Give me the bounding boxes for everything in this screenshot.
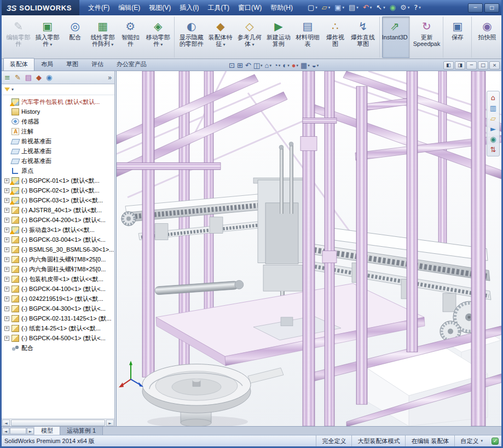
menu-item[interactable]: 编辑(E): [114, 1, 144, 15]
next-doc-button[interactable]: ◨: [455, 61, 465, 69]
move-component-button[interactable]: ◈ 移动零部件: [143, 16, 175, 58]
featuremanager-tab-icon[interactable]: ≡: [4, 74, 10, 82]
view-settings-button[interactable]: ◒: [312, 61, 319, 69]
menu-item[interactable]: 视图(V): [144, 1, 175, 15]
apply-scene-button[interactable]: ▦: [300, 61, 310, 69]
mate-button[interactable]: ◎ 配合: [62, 16, 88, 58]
scroll-left-icon[interactable]: ◄: [2, 420, 10, 426]
view-orientation-button[interactable]: ⌂: [265, 61, 271, 69]
assembly-3d-model[interactable]: [117, 71, 501, 426]
tree-item[interactable]: 原点: [3, 166, 114, 176]
tree-item[interactable]: (-) 0242219519<1> (默认<默...: [3, 294, 114, 304]
menu-item[interactable]: 插入(I): [175, 1, 203, 15]
tree-item[interactable]: (-) BGPCK-02-131-1425<1> (默...: [3, 313, 114, 323]
tab-scrollbar-thumb[interactable]: [10, 428, 26, 434]
expand-icon[interactable]: [4, 267, 9, 272]
tree-item[interactable]: 前视基准面: [3, 136, 114, 146]
assembly-features-button[interactable]: ◆ 装配体特征: [206, 16, 235, 58]
expand-icon[interactable]: [4, 247, 9, 252]
menu-item[interactable]: 帮助(H): [266, 1, 297, 15]
restore-button[interactable]: □: [484, 3, 499, 13]
new-motion-study-button[interactable]: ▶ 新建运动算例: [264, 16, 293, 58]
previous-doc-button[interactable]: ◧: [443, 61, 454, 69]
dimxpertmanager-tab-icon[interactable]: ◆: [36, 74, 42, 82]
panel-horizontal-scrollbar[interactable]: ◄ ►: [2, 418, 114, 426]
minimize-doc-button[interactable]: ─: [466, 61, 477, 69]
tree-item[interactable]: (-) 振动盘3<1> (默认<<默...: [3, 225, 114, 235]
scrollbar-thumb[interactable]: [11, 420, 105, 426]
undo-button[interactable]: ↶: [361, 3, 373, 13]
tree-item[interactable]: (-) BGPCK-02<1> (默认<默...: [3, 185, 114, 195]
menu-item[interactable]: 窗口(W): [234, 1, 266, 15]
reference-geometry-button[interactable]: ◇ 参考几何体: [235, 16, 264, 58]
tab-evaluate[interactable]: 评估: [85, 58, 110, 71]
performance-button-icon[interactable]: ▥: [490, 104, 496, 112]
expand-icon[interactable]: [4, 178, 9, 183]
display-style-button[interactable]: ◔: [274, 61, 280, 69]
zoom-area-button[interactable]: ⊞: [237, 61, 243, 69]
expand-icon[interactable]: [4, 257, 9, 262]
tree-item[interactable]: 传感器: [3, 117, 114, 126]
minimize-button[interactable]: ─: [468, 3, 483, 13]
expand-icon[interactable]: [4, 218, 9, 223]
tree-item[interactable]: (-) 包装机皮带<1> (默认<<默...: [3, 274, 114, 284]
save-ribbon-button[interactable]: ▣ 保存: [446, 16, 472, 58]
forward-button-icon[interactable]: ►: [490, 125, 496, 133]
tab-sketch[interactable]: 草图: [60, 58, 85, 71]
print-button[interactable]: ▤: [347, 3, 360, 13]
expand-icon[interactable]: [4, 208, 9, 213]
tree-item[interactable]: (-) BGPCK-01<1> (默认<默...: [3, 176, 114, 185]
tree-item[interactable]: (-) 内六角圆柱头螺钉M8×25[0...: [3, 264, 114, 274]
select-button[interactable]: ↖: [374, 3, 386, 13]
tree-item[interactable]: (-) BGPCK-04-200<1> (默认<...: [3, 215, 114, 225]
expand-icon[interactable]: [4, 326, 9, 331]
updown-button-icon[interactable]: ⇅: [490, 146, 496, 154]
tree-item[interactable]: History: [3, 107, 114, 117]
expand-icon[interactable]: [4, 198, 9, 203]
show-hidden-components-button[interactable]: ◐ 显示隐藏的零部件: [177, 16, 206, 58]
tree-item[interactable]: (-) BSMLS6_30_BSMLS6-30<1>...: [3, 245, 114, 254]
rebuild-button[interactable]: ◉: [388, 3, 397, 13]
expand-icon[interactable]: [4, 188, 9, 193]
tab-assembly[interactable]: 装配体: [3, 58, 34, 71]
panel-overflow-chevron[interactable]: »: [108, 74, 112, 82]
linear-component-pattern-button[interactable]: ▦ 线性零部件阵列: [88, 16, 117, 58]
filter-dropdown-icon[interactable]: ▾: [11, 87, 14, 92]
propertymanager-tab-icon[interactable]: ✎: [15, 74, 21, 82]
tree-item[interactable]: (-) AJSTR8_40<1> (默认<默...: [3, 205, 114, 215]
tab-office-products[interactable]: 办公室产品: [110, 58, 153, 71]
expand-icon[interactable]: [4, 306, 9, 311]
expand-icon[interactable]: [4, 316, 9, 321]
tree-item[interactable]: (-) BGPCK-03-004<1> (默认<...: [3, 235, 114, 245]
bill-of-materials-button[interactable]: ▤ 材料明细表: [293, 16, 322, 58]
instant3d-button[interactable]: ⇗ Instant3D: [382, 16, 410, 58]
zoom-fit-button[interactable]: ⊡: [229, 61, 235, 69]
expand-icon[interactable]: [4, 228, 9, 232]
tree-item[interactable]: (-) BGPCK-03<1> (默认<<默...: [3, 195, 114, 205]
tree-item[interactable]: (-) BGPCK-04-100<1> (默认<...: [3, 284, 114, 294]
motion-study-tab[interactable]: 运动算例 1: [60, 427, 103, 435]
filter-funnel-icon[interactable]: [4, 88, 10, 91]
tree-item[interactable]: (-) BGPCK-04-300<1> (默认<...: [3, 304, 114, 313]
smart-fasteners-button[interactable]: ⚙ 智能扣件: [117, 16, 143, 58]
previous-view-button[interactable]: ↶: [245, 61, 251, 69]
help-button[interactable]: ?: [412, 3, 422, 13]
realview-button-icon[interactable]: ◉: [490, 135, 496, 143]
save-button[interactable]: ▣: [333, 3, 346, 13]
edit-appearance-button[interactable]: ●: [292, 61, 298, 69]
scroll-right-icon[interactable]: ►: [106, 420, 114, 426]
model-tab[interactable]: 模型: [34, 427, 60, 435]
customize-dropdown[interactable]: 自定义: [454, 435, 488, 446]
displaymanager-tab-icon[interactable]: ◉: [46, 74, 52, 82]
expand-icon[interactable]: [4, 287, 9, 292]
open-folder-button-icon[interactable]: ▱: [490, 114, 496, 123]
options-button[interactable]: ⚙: [398, 3, 411, 13]
section-view-button[interactable]: ◫: [253, 61, 263, 69]
tab-scroll-right-icon[interactable]: ►: [27, 428, 34, 434]
tree-item[interactable]: 上视基准面: [3, 146, 114, 156]
graphics-viewport[interactable]: ⌂▥▱►◉⇅: [117, 71, 501, 426]
tab-layout[interactable]: 布局: [34, 58, 60, 71]
menu-item[interactable]: 工具(T): [204, 1, 234, 15]
edit-component-button[interactable]: ✎ 编辑零部件: [4, 16, 33, 58]
tree-item[interactable]: (-) 内六角圆柱头螺钉M8×25[0...: [3, 254, 114, 264]
